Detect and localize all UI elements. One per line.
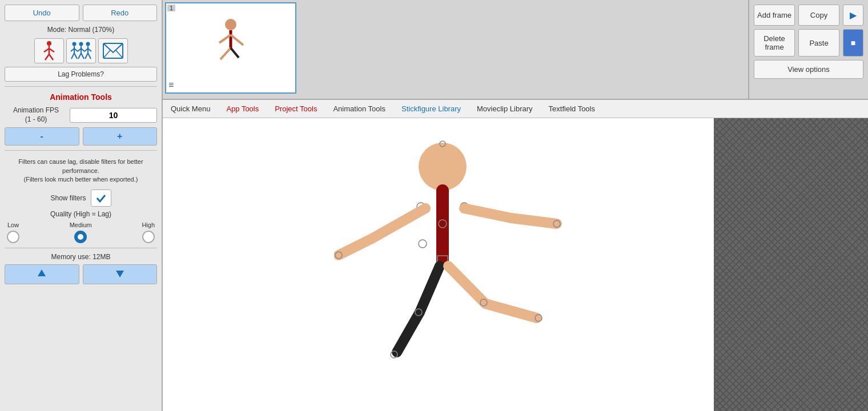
memory-down-button[interactable] [83,264,158,284]
redo-button[interactable]: Redo [83,5,158,21]
quality-label: Quality (High = Lag) [5,210,157,218]
fps-buttons-row: - + [5,127,157,146]
svg-line-16 [78,53,81,59]
fps-increase-button[interactable]: + [83,127,158,146]
svg-point-18 [86,42,90,46]
quality-low-label: Low [7,221,19,228]
svg-point-12 [79,42,83,46]
fps-decrease-button[interactable]: - [5,127,79,146]
svg-line-11 [74,53,77,59]
svg-line-32 [231,35,243,45]
undo-redo-row: Undo Redo [5,5,157,21]
quality-high-option: High [142,221,155,243]
svg-line-31 [219,35,231,43]
svg-marker-27 [38,269,46,276]
svg-line-42 [373,208,425,238]
frame-thumbnail[interactable]: 1 ≡ [165,2,296,94]
svg-point-35 [419,143,467,191]
svg-point-6 [72,42,76,46]
svg-line-43 [339,238,373,255]
svg-line-17 [81,53,84,59]
svg-line-34 [231,48,239,58]
left-panel: Undo Redo Mode: Normal (170%) [0,0,163,411]
delete-paste-row: Delete frame Paste ■ [754,29,863,57]
fps-row: Animation FPS(1 - 60) 10 [5,106,157,124]
quality-medium-radio[interactable] [74,231,87,243]
nav-item-app-tools[interactable]: App Tools [223,102,262,115]
paste-button[interactable]: Paste [798,29,839,57]
play-button[interactable]: ▶ [843,5,863,26]
svg-line-33 [220,48,231,59]
svg-line-26 [116,50,123,58]
svg-line-4 [45,54,49,60]
nav-item-project-tools[interactable]: Project Tools [271,102,320,115]
nav-item-quick-menu[interactable]: Quick Menu [167,102,214,115]
view-options-button[interactable]: View options [754,60,863,79]
svg-point-29 [225,19,236,30]
quality-low-radio[interactable] [7,231,19,243]
nav-menu: Quick Menu App Tools Project Tools Anima… [163,100,868,118]
svg-line-3 [49,49,54,52]
nav-item-animation-tools[interactable]: Animation Tools [329,102,389,115]
svg-line-5 [49,54,53,60]
show-filters-row: Show filters [5,190,157,207]
image-tool-button[interactable] [98,38,128,63]
undo-button[interactable]: Undo [5,5,79,21]
top-bar: 1 ≡ [163,0,868,100]
svg-line-2 [44,49,49,52]
quality-high-radio[interactable] [142,231,155,243]
memory-label: Memory use: 12MB [5,253,157,261]
fps-label: Animation FPS(1 - 60) [5,106,67,124]
memory-buttons-row [5,264,157,284]
svg-line-23 [88,53,91,59]
animation-tools-title: Animation Tools [5,91,157,103]
nav-item-textfield-tools[interactable]: Textfield Tools [545,102,598,115]
main-area: 1 ≡ [163,0,868,411]
svg-line-22 [85,53,88,59]
canvas-background-pattern [714,118,868,411]
svg-line-50 [397,312,420,352]
right-controls: Add frame Copy ▶ Delete frame Paste ■ Vi… [748,0,868,99]
add-copy-row: Add frame Copy ▶ [754,5,863,26]
svg-line-25 [103,50,110,58]
stop-button[interactable]: ■ [843,29,863,57]
copy-button[interactable]: Copy [798,5,839,26]
stickfigure-tool-button[interactable] [34,38,64,63]
svg-point-41 [419,240,427,248]
svg-marker-28 [116,271,124,277]
svg-line-53 [448,266,485,304]
quality-medium-option: Medium [70,221,92,243]
show-filters-label: Show filters [50,194,86,202]
quality-high-label: High [142,221,155,228]
tool-icons-row [5,38,157,63]
add-frame-button[interactable]: Add frame [754,5,795,26]
stick-figure-main[interactable] [334,130,591,392]
nav-item-movieclip-library[interactable]: Movieclip Library [473,102,536,115]
svg-line-49 [420,266,440,312]
memory-up-button[interactable] [5,264,79,284]
multi-figure-tool-button[interactable] [66,38,96,63]
quality-medium-label: Medium [70,221,92,228]
lag-problems-button[interactable]: Lag Problems? [5,67,157,82]
show-filters-checkbox[interactable] [91,190,111,207]
svg-line-54 [485,304,537,318]
svg-point-0 [47,41,51,46]
svg-line-10 [71,53,74,59]
quality-low-option: Low [7,221,19,243]
delete-frame-button[interactable]: Delete frame [754,29,795,57]
frame-script-icon: ≡ [168,80,174,90]
svg-line-45 [464,208,511,218]
frame-number: 1 [167,5,175,11]
svg-line-46 [511,218,557,224]
nav-item-stickfigure-library[interactable]: Stickfigure Library [398,102,464,115]
filters-note: Filters can cause lag, disable filters f… [5,155,157,186]
fps-value: 10 [70,108,157,123]
frames-strip: 1 ≡ [163,0,748,99]
quality-options-row: Low Medium High [5,221,157,243]
mode-display: Mode: Normal (170%) [5,25,157,35]
canvas-area[interactable] [163,118,868,411]
